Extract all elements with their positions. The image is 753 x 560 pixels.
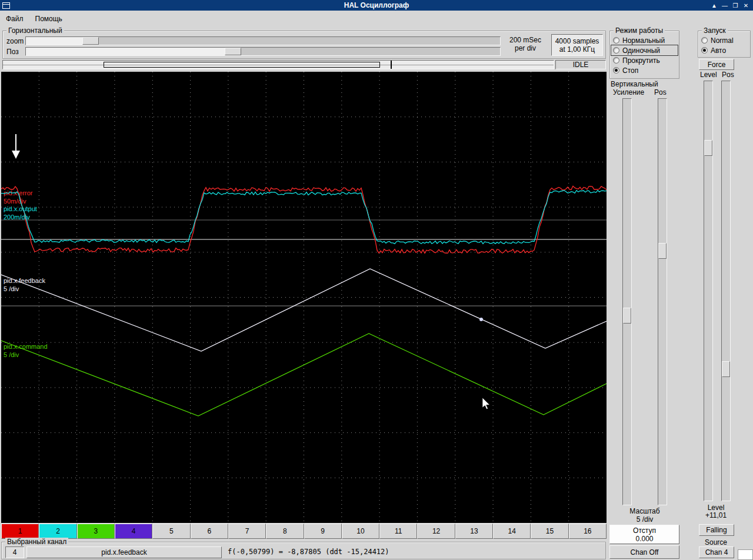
- channel-value-readout: f(-0,50799) = -8,87805 (ddt -15,24412): [228, 548, 389, 556]
- trigger-option[interactable]: Авто: [699, 45, 749, 55]
- channel-button-16[interactable]: 16: [569, 524, 607, 539]
- record-bar[interactable]: [2, 60, 554, 69]
- offset-button-value: 0.000: [635, 535, 653, 543]
- radio-icon: [613, 67, 619, 74]
- channel-button-row: 12345678910111213141516: [1, 524, 607, 539]
- gain-label: Усиление: [613, 88, 644, 96]
- samples-count: 4000 samples: [555, 37, 599, 45]
- trigger-level-caption: Level: [698, 504, 734, 512]
- radio-icon: [613, 57, 619, 64]
- mode-option[interactable]: Прокрутить: [611, 55, 678, 65]
- trigger-pos-slider[interactable]: [721, 81, 731, 501]
- mode-option-label: Стоп: [622, 66, 638, 75]
- zoom-slider-fill: [26, 37, 82, 45]
- mode-option[interactable]: Стоп: [611, 65, 678, 75]
- channel-button-1[interactable]: 1: [1, 524, 39, 539]
- scale-label: Масштаб: [609, 507, 680, 515]
- trigger-frame-label: Запуск: [702, 26, 728, 35]
- mode-option[interactable]: Одиночный: [611, 45, 678, 55]
- radio-dot: [703, 49, 706, 52]
- mouse-cursor: [482, 398, 489, 409]
- vertical-section-label: Вертикальный: [611, 80, 658, 88]
- vertical-pos-slider[interactable]: [658, 98, 667, 505]
- trace-pid.x.command: [1, 334, 607, 416]
- horizontal-frame-label: Горизонтальный: [6, 26, 64, 35]
- scope-display[interactable]: pid.x.error50m/divpid.x.output200m/divpi…: [1, 72, 607, 523]
- mode-option-label: Одиночный: [622, 46, 660, 55]
- offset-button-caption: Отступ: [633, 526, 656, 535]
- channel-button-7[interactable]: 7: [228, 524, 266, 539]
- trigger-level-slider[interactable]: [704, 81, 713, 501]
- trace-label-pid.x.command: pid.x.command: [4, 343, 48, 350]
- vertical-pos-label: Pos: [654, 88, 667, 96]
- hpos-slider-fill: [26, 48, 225, 55]
- channel-button-12[interactable]: 12: [417, 524, 455, 539]
- channel-button-4[interactable]: 4: [115, 524, 152, 539]
- trigger-level-slider-handle[interactable]: [704, 140, 712, 156]
- trace-scale-pid.x.output: 200m/div: [4, 214, 30, 221]
- menubar: ФайлПомощь: [0, 11, 753, 27]
- channel-button-9[interactable]: 9: [304, 524, 342, 539]
- radio-icon: [613, 37, 619, 44]
- trace-scale-pid.x.error: 50m/div: [4, 198, 26, 205]
- horizontal-frame: Горизонтальный zoom Поз 200 mSec per div…: [2, 31, 606, 59]
- menu-help[interactable]: Помощь: [29, 11, 68, 26]
- scale-value: 5 /div: [609, 515, 680, 524]
- capture-status: IDLE: [555, 60, 606, 69]
- per-div-value: 200 mSec: [501, 36, 550, 44]
- trace-pid.x.feedback: [1, 269, 607, 351]
- chan-off-button[interactable]: Chan Off: [609, 545, 679, 559]
- trace-marker-dot: [479, 318, 483, 321]
- channel-button-8[interactable]: 8: [266, 524, 304, 539]
- trigger-source-label: Source: [698, 538, 734, 546]
- record-position-tick: [391, 61, 392, 69]
- gain-slider-handle[interactable]: [623, 308, 631, 324]
- trigger-frame: Запуск NormalАвто: [698, 31, 751, 58]
- samples-readout: 4000 samples at 1,00 КГц: [551, 34, 603, 56]
- channel-button-14[interactable]: 14: [493, 524, 531, 539]
- zoom-slider-handle[interactable]: [82, 37, 99, 45]
- channel-button-10[interactable]: 10: [342, 524, 379, 539]
- menu-file[interactable]: Файл: [0, 11, 29, 26]
- trigger-source-button[interactable]: Chan 4: [699, 546, 734, 558]
- trace-pid.x.output: [1, 191, 607, 244]
- mode-option[interactable]: Нормальный: [611, 35, 678, 45]
- titlebar: HAL Осциллограф ▲—❐✕: [0, 0, 753, 11]
- trigger-edge-button[interactable]: Falling: [699, 524, 734, 536]
- channel-button-3[interactable]: 3: [77, 524, 115, 539]
- trigger-option[interactable]: Normal: [699, 35, 749, 45]
- channel-button-11[interactable]: 11: [379, 524, 417, 539]
- mode-frame-label: Режим работы: [614, 26, 665, 35]
- hpos-slider-handle[interactable]: [225, 48, 241, 55]
- window-title: HAL Осциллограф: [0, 1, 753, 9]
- radio-icon: [613, 47, 619, 54]
- selected-channel-number: 4: [5, 546, 24, 558]
- channel-button-6[interactable]: 6: [191, 524, 228, 539]
- selected-channel-frame-label: Выбранный канал: [5, 538, 68, 546]
- trigger-option-label: Авто: [711, 46, 726, 55]
- gain-slider[interactable]: [622, 98, 632, 505]
- resize-grip[interactable]: [738, 549, 753, 560]
- scope-canvas[interactable]: pid.x.error50m/divpid.x.output200m/divpi…: [1, 72, 607, 523]
- zoom-slider[interactable]: [25, 36, 501, 45]
- mode-frame: Режим работы НормальныйОдиночныйПрокрути…: [609, 31, 679, 79]
- channel-source-button[interactable]: pid.x.feedback: [26, 546, 222, 558]
- per-div-readout: 200 mSec per div: [501, 36, 550, 52]
- mode-options: НормальныйОдиночныйПрокрутитьСтоп: [610, 35, 679, 75]
- mode-option-label: Прокрутить: [622, 56, 660, 65]
- trace-scale-pid.x.command: 5 /div: [4, 351, 19, 358]
- trigger-pos-slider-handle[interactable]: [722, 361, 730, 377]
- trigger-options: NormalАвто: [698, 35, 750, 55]
- channel-button-5[interactable]: 5: [152, 524, 190, 539]
- offset-button[interactable]: Отступ 0.000: [609, 525, 679, 544]
- samples-rate: at 1,00 КГц: [559, 45, 595, 54]
- channel-button-2[interactable]: 2: [39, 524, 76, 539]
- trace-scale-pid.x.feedback: 5 /div: [4, 285, 19, 292]
- record-window: [104, 62, 380, 68]
- hpos-slider[interactable]: [25, 47, 501, 56]
- force-button[interactable]: Force: [699, 59, 734, 70]
- radio-dot: [615, 69, 618, 72]
- vertical-pos-slider-handle[interactable]: [658, 243, 667, 259]
- channel-button-15[interactable]: 15: [531, 524, 568, 539]
- channel-button-13[interactable]: 13: [455, 524, 493, 539]
